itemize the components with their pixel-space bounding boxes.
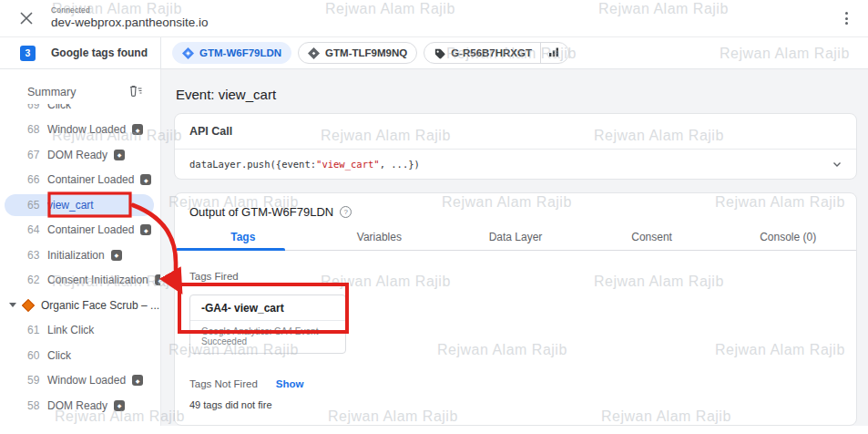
bottom-strip xyxy=(0,426,868,434)
clear-events-icon[interactable] xyxy=(128,84,142,101)
gtm-diamond-icon xyxy=(182,47,194,59)
fired-tag-name[interactable]: -GA4- view_cart xyxy=(190,295,345,321)
title-bar: Connected dev-webprox.pantheonsite.io xyxy=(0,0,868,37)
help-icon[interactable]: ? xyxy=(340,206,352,218)
api-call-card: API Call dataLayer.push({event: "view_ca… xyxy=(174,113,857,180)
container-badge-icon: ◆ xyxy=(132,375,143,386)
tags-not-fired-info: 49 tags did not fire xyxy=(189,399,842,410)
page-diamond-icon xyxy=(22,299,35,312)
sidebar-event-62-consent-initialization[interactable]: 62 Consent Initialization ◆ xyxy=(0,268,160,294)
tab-variables[interactable]: Variables xyxy=(311,227,448,250)
event-list: 69 Click 68 Window Loaded ◆ 67 DOM Ready… xyxy=(0,104,160,434)
active-tab-underline xyxy=(176,248,285,251)
tags-found-label: Google tags found xyxy=(51,46,148,59)
event-detail-panel: Event: view_cart API Call dataLayer.push… xyxy=(161,69,868,434)
output-title: Output of GTM-W6F79LDN xyxy=(189,205,333,219)
sidebar-event-61-link-click[interactable]: 61 Link Click xyxy=(0,318,160,344)
chip-label: GTM-W6F79LDN xyxy=(199,47,281,58)
expand-chevron-icon[interactable] xyxy=(831,158,843,170)
code-string: "view_cart" xyxy=(316,159,380,170)
api-call-code-row: dataLayer.push({event: "view_cart", ...}… xyxy=(175,150,856,179)
show-link[interactable]: Show xyxy=(276,378,304,389)
connected-domain: dev-webprox.pantheonsite.io xyxy=(51,16,209,30)
chevron-down-icon[interactable] xyxy=(9,303,16,307)
tags-found-bar: 3 Google tags found GTM-W6F79LDN GTM-TLF… xyxy=(0,37,868,69)
container-badge-icon: ◆ xyxy=(155,274,160,285)
tag-count-badge: 3 xyxy=(20,46,36,61)
google-tag-icon xyxy=(434,47,445,59)
sidebar-event-67-dom-ready[interactable]: 67 DOM Ready ◆ xyxy=(0,142,160,168)
tag-chip-g-r56b7hrxgt[interactable]: G-R56B7HRXGT xyxy=(424,42,569,64)
sidebar-event-65-view-cart[interactable]: 65 view_cart xyxy=(0,192,160,218)
sidebar-event-64-container-loaded[interactable]: 64 Container Loaded ◆ xyxy=(0,218,160,243)
tag-chip-gtm-tlf9m9nq[interactable]: GTM-TLF9M9NQ xyxy=(298,42,417,64)
sidebar-event-59-window-loaded[interactable]: 59 Window Loaded ◆ xyxy=(0,368,160,394)
vertical-divider xyxy=(160,37,161,69)
bar-chart-icon[interactable] xyxy=(548,46,559,59)
event-sidebar: Summary 69 Click 68 Window Loaded ◆ 67 D… xyxy=(0,69,161,434)
chip-divider xyxy=(540,43,541,63)
gtm-output-card: Output of GTM-W6F79LDN ? Tags Variables … xyxy=(174,192,857,426)
more-options-icon[interactable] xyxy=(839,9,853,27)
sidebar-page-organic-face-scrub[interactable]: Organic Face Scrub – ... xyxy=(0,293,160,318)
sidebar-event-63-initialization[interactable]: 63 Initialization ◆ xyxy=(0,243,160,268)
sidebar-event-66-container-loaded[interactable]: 66 Container Loaded ◆ xyxy=(0,168,160,193)
fired-tag-card[interactable]: -GA4- view_cart Google Analytics: GA4 Ev… xyxy=(189,294,346,354)
close-icon[interactable] xyxy=(18,10,35,26)
chip-label: G-R56B7HRXGT xyxy=(451,47,532,58)
tab-console[interactable]: Console (0) xyxy=(720,227,856,250)
tag-chip-gtm-w6f79ldn[interactable]: GTM-W6F79LDN xyxy=(172,42,291,64)
tab-tags[interactable]: Tags xyxy=(175,227,311,250)
fired-tag-description: Google Analytics: GA4 Event - Succeeded xyxy=(190,321,345,353)
sidebar-event-58-dom-ready[interactable]: 58 DOM Ready ◆ xyxy=(0,393,160,418)
tags-fired-label: Tags Fired xyxy=(189,271,842,282)
tags-not-fired-label: Tags Not Fired xyxy=(189,378,258,389)
output-tabs: Tags Variables Data Layer Consent Consol… xyxy=(175,227,856,251)
api-call-header: API Call xyxy=(175,114,856,150)
container-badge-icon: ◆ xyxy=(111,250,122,261)
container-badge-icon: ◆ xyxy=(114,400,125,411)
sidebar-event-60-click[interactable]: 60 Click xyxy=(0,343,160,368)
container-badge-icon: ◆ xyxy=(114,150,125,160)
gtm-diamond-icon xyxy=(308,47,320,59)
tab-consent[interactable]: Consent xyxy=(584,227,720,250)
page-title: Event: view_cart xyxy=(176,87,857,102)
tab-data-layer[interactable]: Data Layer xyxy=(447,227,584,250)
container-badge-icon: ◆ xyxy=(140,174,151,185)
chip-label: GTM-TLF9M9NQ xyxy=(325,47,407,58)
sidebar-event-68-window-loaded[interactable]: 68 Window Loaded ◆ xyxy=(0,118,160,143)
container-badge-icon: ◆ xyxy=(140,224,151,235)
container-badge-icon: ◆ xyxy=(132,124,143,135)
sidebar-event-69-click[interactable]: 69 Click xyxy=(0,104,160,118)
connection-status: Connected xyxy=(51,6,209,15)
summary-label[interactable]: Summary xyxy=(27,86,76,98)
